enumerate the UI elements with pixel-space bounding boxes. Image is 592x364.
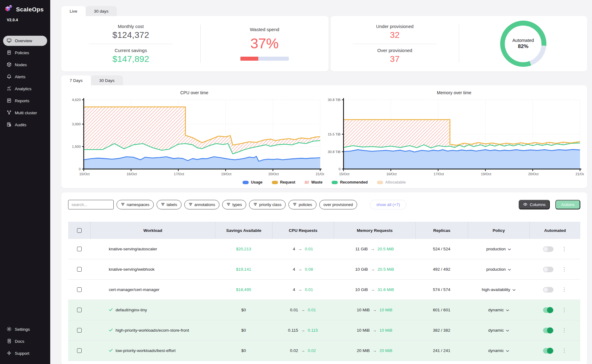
filter-pill-annotations[interactable]: annotations — [184, 200, 219, 209]
automated-label: Automated — [512, 38, 534, 43]
nav-item-label: Support — [15, 351, 29, 356]
sidebar-item-settings[interactable]: Settings — [3, 324, 47, 334]
sidebar-item-policies[interactable]: Policies — [3, 48, 47, 58]
tab-live[interactable]: Live — [61, 6, 86, 16]
mem-from: 11 GiB — [355, 247, 368, 251]
filter-pill-label: priority class — [259, 202, 281, 207]
memory-requests-cell: 10 GiB→31.6 MiB — [334, 287, 415, 292]
policy-dropdown[interactable]: production — [468, 267, 529, 272]
tab-7-days[interactable]: 7 Days — [61, 75, 91, 85]
row-checkbox[interactable] — [77, 348, 82, 353]
workload-name: low-priority-workloads/best-effort — [116, 348, 176, 353]
filter-pill-labels[interactable]: labels — [157, 200, 182, 209]
replicas-cell: 601 / 601 — [415, 308, 468, 312]
memory-requests-cell: 20 MiB→20 MiB — [334, 348, 415, 353]
automated-toggle[interactable] — [543, 246, 553, 252]
kebab-menu-icon[interactable]: ⋮ — [561, 328, 567, 333]
under-provisioned-value: 32 — [390, 30, 400, 40]
sidebar-item-multi-cluster[interactable]: Multi cluster — [3, 108, 47, 118]
sidebar-item-audits[interactable]: Audits — [3, 120, 47, 130]
table-row-knative-serving-webhook[interactable]: knative-serving/webhook$19,1414→0.0810 G… — [68, 259, 580, 280]
actions-button[interactable]: Actions — [555, 200, 580, 209]
automated-toggle[interactable] — [543, 287, 553, 293]
filter-pill-types[interactable]: types — [222, 200, 246, 209]
policy-dropdown[interactable]: high-availability — [468, 287, 529, 292]
row-checkbox[interactable] — [77, 247, 82, 251]
workload-cell: cert-manager/cert-manager — [90, 287, 215, 292]
filter-pill-priority-class[interactable]: priority class — [249, 200, 286, 209]
select-all-checkbox-cell — [68, 222, 90, 239]
filter-pill-over-provisioned[interactable]: over provisioned — [319, 200, 357, 209]
filter-icon — [227, 202, 231, 207]
sidebar-item-docs[interactable]: Docs — [3, 336, 47, 346]
filter-pill-namespaces[interactable]: namespaces — [116, 200, 154, 209]
tab-30-days[interactable]: 30 days — [86, 6, 117, 16]
cpu-from: 4 — [293, 287, 295, 292]
charts-panel: CPU over time4,6203,0001,500015/Oct16/Oc… — [61, 85, 587, 188]
row-checkbox[interactable] — [77, 308, 82, 312]
policy-dropdown[interactable]: dynamic — [468, 348, 529, 353]
replicas-cell: 382 / 382 — [415, 328, 468, 333]
cpu-requests-cell: 0.02→0.02 — [272, 348, 334, 353]
table-row-knative-serving-autoscaler[interactable]: knative-serving/autoscaler$20,2134→0.011… — [68, 239, 580, 259]
column-header-savings-available[interactable]: Savings Available — [215, 222, 272, 239]
show-all-button[interactable]: show all (+7) — [370, 200, 406, 209]
svg-text:30.8 TiB: 30.8 TiB — [328, 150, 341, 154]
automated-toggle[interactable] — [543, 267, 553, 272]
tab-30-days-charts[interactable]: 30 Days — [91, 75, 123, 85]
row-checkbox[interactable] — [77, 328, 82, 333]
kebab-menu-icon[interactable]: ⋮ — [561, 267, 567, 272]
column-header-replicas[interactable]: Replicas — [415, 222, 468, 239]
sidebar-item-overview[interactable]: Overview — [3, 36, 47, 46]
automated-toggle[interactable] — [543, 348, 553, 354]
column-header-workload[interactable]: Workload — [90, 222, 215, 239]
policy-dropdown[interactable]: dynamic — [468, 328, 529, 333]
search-input[interactable] — [68, 200, 114, 209]
sidebar-item-reports[interactable]: Reports — [3, 96, 47, 106]
legend-item-recommended[interactable]: Recommended — [332, 180, 368, 184]
table-row-default-nginx-tiny[interactable]: default/nginx-tiny$00.01→0.0110 MiB→10 M… — [68, 300, 580, 320]
automated-cell: ⋮ — [529, 246, 580, 252]
legend-item-waste[interactable]: Waste — [304, 180, 322, 184]
automated-toggle[interactable] — [543, 307, 553, 313]
column-header-cpu-requests[interactable]: CPU Requests — [272, 222, 334, 239]
select-all-checkbox[interactable] — [77, 228, 82, 233]
table-row-high-priority-workloads-ecom-store-front[interactable]: high-priority-workloads/ecom-store-front… — [68, 320, 580, 341]
kebab-menu-icon[interactable]: ⋮ — [561, 246, 567, 252]
column-header-label: Workload — [143, 228, 162, 233]
toggle-knob — [547, 348, 553, 354]
wasted-spend-bar — [240, 57, 289, 61]
sidebar-item-nodes[interactable]: Nodes — [3, 60, 47, 70]
column-header-automated[interactable]: Automated — [529, 222, 580, 239]
sidebar-item-analytics[interactable]: Analytics — [3, 84, 47, 94]
mem-to: 10 MiB — [379, 308, 392, 312]
automated-toggle[interactable] — [543, 328, 553, 333]
sidebar-item-support[interactable]: Support — [3, 348, 47, 358]
policy-dropdown[interactable]: production — [468, 247, 529, 251]
workload-name: knative-serving/autoscaler — [109, 247, 157, 251]
column-header-policy[interactable]: Policy — [468, 222, 529, 239]
kebab-menu-icon[interactable]: ⋮ — [561, 348, 567, 353]
legend-item-usage[interactable]: Usage — [243, 180, 263, 184]
table-row-cert-manager-cert-manager[interactable]: cert-manager/cert-manager$18,4954→0.0110… — [68, 280, 580, 300]
sidebar-item-alerts[interactable]: Alerts — [3, 72, 47, 82]
policy-dropdown[interactable]: dynamic — [468, 308, 529, 312]
filter-icon — [293, 202, 297, 207]
svg-text:0: 0 — [339, 167, 341, 171]
chart-range-tabs: 7 Days 30 Days — [61, 75, 587, 85]
kebab-menu-icon[interactable]: ⋮ — [561, 307, 567, 313]
kebab-menu-icon[interactable]: ⋮ — [561, 287, 567, 292]
legend-item-request[interactable]: Request — [272, 180, 295, 184]
column-header-label: Automated — [544, 228, 566, 233]
svg-text:4,620: 4,620 — [72, 98, 81, 102]
row-checkbox[interactable] — [77, 287, 82, 292]
column-header-memory-requests[interactable]: Memory Requests — [334, 222, 415, 239]
legend-item-allocatable[interactable]: Allocatable — [377, 180, 406, 184]
table-row-low-priority-workloads-best-effort[interactable]: low-priority-workloads/best-effort$00.02… — [68, 341, 580, 361]
columns-button[interactable]: Columns — [519, 200, 550, 209]
workload-cell: knative-serving/webhook — [90, 267, 215, 272]
chevron-down-icon — [506, 328, 509, 333]
filter-pill-policies[interactable]: policies — [288, 200, 316, 209]
row-checkbox[interactable] — [77, 267, 82, 272]
audits-icon — [6, 122, 12, 128]
